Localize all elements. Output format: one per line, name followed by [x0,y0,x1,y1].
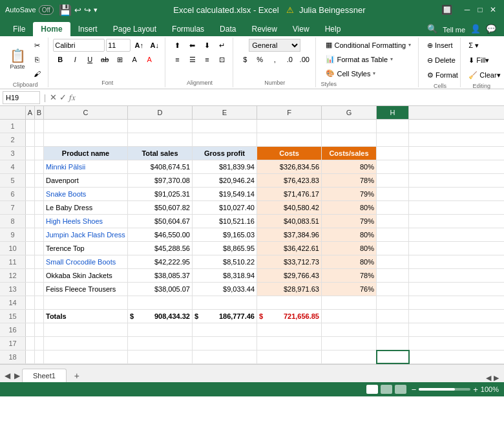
tab-view[interactable]: View [285,22,317,36]
formula-input[interactable] [78,93,501,102]
cell-g8[interactable]: 79% [322,215,377,228]
cell-e3-header[interactable]: Gross profit [193,147,257,160]
cell-c7[interactable]: Le Baby Dress [44,201,128,214]
cell-g6[interactable]: 79% [322,188,377,200]
col-header-d[interactable]: D [128,106,193,119]
cell-a7[interactable] [26,201,35,214]
cell-e11[interactable]: $8,510.22 [193,255,257,268]
cell-a11[interactable] [26,255,35,268]
cell-e17[interactable] [193,337,257,350]
row-num-4[interactable]: 4 [0,160,26,173]
cell-d17[interactable] [128,337,193,350]
cell-h3[interactable] [377,147,409,160]
cell-f7[interactable]: $40,580.42 [257,201,322,214]
decrease-decimal-button[interactable]: .00 [297,53,311,66]
insert-function-icon[interactable]: 𝑓𝑥 [69,92,76,103]
cell-h16[interactable] [377,323,409,336]
row-num-9[interactable]: 9 [0,228,26,241]
save-icon[interactable]: 💾 [59,4,72,16]
cell-a9[interactable] [26,228,35,241]
cell-g14[interactable] [322,296,377,309]
cell-d2[interactable] [128,133,193,146]
cell-h15[interactable] [377,310,409,323]
number-format-select[interactable]: General [249,39,300,52]
increase-font-button[interactable]: A↑ [132,39,146,52]
cell-h12[interactable] [377,269,409,282]
cell-g12[interactable]: 78% [322,269,377,282]
cell-c4[interactable]: Minnki Pälsii [44,160,128,173]
cell-b18[interactable] [35,351,44,363]
cell-d3-header[interactable]: Total sales [128,147,193,160]
italic-button[interactable]: I [68,53,82,66]
wrap-text-button[interactable]: ↵ [215,39,229,52]
tab-file[interactable]: File [5,22,33,36]
cell-a4[interactable] [26,160,35,173]
cell-d18[interactable] [128,351,193,363]
comma-button[interactable]: , [268,53,282,66]
cell-h13[interactable] [377,283,409,296]
cell-b14[interactable] [35,296,44,309]
cell-e5[interactable]: $20,946.24 [193,174,257,187]
cell-d14[interactable] [128,296,193,309]
cell-c15-totals[interactable]: Totals [44,310,128,323]
tell-me-label[interactable]: Tell me [440,23,468,36]
col-header-f[interactable]: F [257,106,322,119]
cell-d16[interactable] [128,323,193,336]
cell-h17[interactable] [377,337,409,350]
cell-a3[interactable] [26,147,35,160]
cell-b1[interactable] [35,120,44,133]
row-num-7[interactable]: 7 [0,201,26,214]
border-button[interactable]: ⊞ [112,53,127,66]
align-center-button[interactable]: ☰ [185,53,200,66]
cell-e10[interactable]: $8,865.95 [193,242,257,255]
cell-h4[interactable] [377,160,409,173]
row-num-6[interactable]: 6 [0,188,26,200]
cell-c16[interactable] [44,323,128,336]
strikethrough-button[interactable]: ab [98,53,112,66]
comments-icon[interactable]: 💬 [483,21,499,36]
tab-page-layout[interactable]: Page Layout [105,22,164,36]
page-layout-view-icon[interactable] [381,385,392,394]
cell-a13[interactable] [26,283,35,296]
bold-button[interactable]: B [53,53,67,66]
tab-insert[interactable]: Insert [70,22,105,36]
cell-g2[interactable] [322,133,377,146]
row-num-2[interactable]: 2 [0,133,26,146]
copy-button[interactable]: ⎘ [30,53,45,66]
cell-d8[interactable]: $50,604.67 [128,215,193,228]
cell-d13[interactable]: $38,005.07 [128,283,193,296]
cell-reference-box[interactable]: H19 [3,91,40,104]
minimize-button[interactable]: ─ [461,4,473,16]
fill-button[interactable]: ⬇Fill▾ [465,54,498,67]
cell-h6[interactable] [377,188,409,200]
cell-f10[interactable]: $36,422.61 [257,242,322,255]
cell-d4[interactable]: $408,674.51 [128,160,193,173]
cell-a5[interactable] [26,174,35,187]
cell-b6[interactable] [35,188,44,200]
cell-f9[interactable]: $37,384.96 [257,228,322,241]
format-table-button[interactable]: 📊 Format as Table ▾ [321,53,415,65]
cell-d9[interactable]: $46,550.00 [128,228,193,241]
ribbon-display-icon[interactable]: 🔲 [441,5,452,15]
cell-c12[interactable]: Okkaba Skin Jackets [44,269,128,282]
currency-button[interactable]: $ [238,53,252,66]
cell-a2[interactable] [26,133,35,146]
cell-g4[interactable]: 80% [322,160,377,173]
clear-button[interactable]: 🧹Clear▾ [465,69,498,81]
cell-g13[interactable]: 76% [322,283,377,296]
font-name-input[interactable] [53,39,105,52]
cell-h5[interactable] [377,174,409,187]
undo-icon[interactable]: ↩ [74,5,81,15]
align-left-button[interactable]: ≡ [171,53,185,66]
cell-f18[interactable] [257,351,322,363]
cell-d10[interactable]: $45,288.56 [128,242,193,255]
tab-home[interactable]: Home [33,22,70,36]
cell-b7[interactable] [35,201,44,214]
cell-e15-totals[interactable]: $ 186,777.46 [193,310,257,323]
cell-c10[interactable]: Terence Top [44,242,128,255]
scroll-left-icon[interactable]: ◀ [486,374,491,382]
cell-b11[interactable] [35,255,44,268]
underline-button[interactable]: U [83,53,97,66]
cell-h18-selected[interactable] [377,351,409,363]
autosave-toggle[interactable]: Off [39,5,54,15]
